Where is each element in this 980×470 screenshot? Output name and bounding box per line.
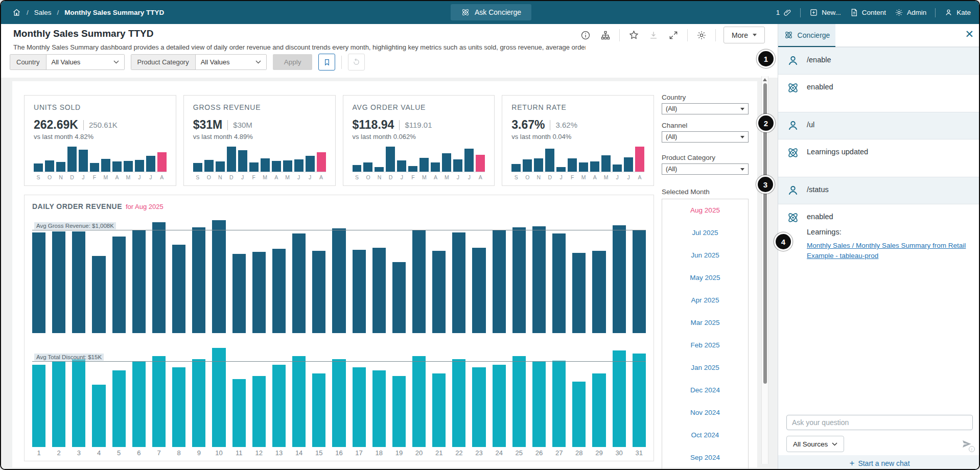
month-filter-item[interactable]: Jan 2025 xyxy=(662,357,748,379)
bar-mark[interactable] xyxy=(212,220,225,333)
bar-mark[interactable] xyxy=(252,376,266,447)
learning-source-link[interactable]: Monthly Sales / Monthly Sales Summary fr… xyxy=(807,241,969,261)
bar-mark[interactable] xyxy=(112,237,126,333)
bar-mark[interactable] xyxy=(512,356,526,447)
bar-mark[interactable] xyxy=(252,252,266,333)
bar-mark[interactable] xyxy=(332,359,345,447)
ask-question-input[interactable] xyxy=(786,415,973,430)
bar-mark[interactable] xyxy=(493,365,506,447)
bar-mark[interactable] xyxy=(232,254,246,333)
bar-mark[interactable] xyxy=(292,356,306,447)
bar-mark[interactable] xyxy=(353,367,366,447)
bar-mark[interactable] xyxy=(132,230,146,333)
bar-mark[interactable] xyxy=(232,379,246,447)
ask-concierge-button[interactable]: Ask Concierge xyxy=(451,4,531,20)
bar-mark[interactable] xyxy=(92,256,105,333)
bar-mark[interactable] xyxy=(432,373,446,447)
bar-mark[interactable] xyxy=(392,262,406,333)
bar-mark[interactable] xyxy=(452,359,465,447)
month-filter-item[interactable]: Mar 2025 xyxy=(662,312,748,334)
month-filter-item[interactable]: Oct 2024 xyxy=(662,424,748,447)
new-button[interactable]: New... xyxy=(809,8,841,17)
month-filter-item[interactable]: Feb 2025 xyxy=(662,334,748,357)
bar-mark[interactable] xyxy=(412,356,426,447)
user-menu-button[interactable]: Kate xyxy=(944,8,971,17)
bar-mark[interactable] xyxy=(312,373,325,447)
country-filter-dropdown[interactable]: All Values xyxy=(46,55,124,69)
bar-mark[interactable] xyxy=(192,227,205,333)
bar-mark[interactable] xyxy=(72,359,85,447)
bar-mark[interactable] xyxy=(532,226,546,333)
content-button[interactable]: Content xyxy=(850,8,886,17)
bar-mark[interactable] xyxy=(512,227,526,333)
bar-mark[interactable] xyxy=(372,370,386,447)
country-quickfilter-dropdown[interactable]: (All) xyxy=(662,103,749,114)
bar-mark[interactable] xyxy=(152,356,166,447)
bar-mark[interactable] xyxy=(633,230,646,333)
bar-mark[interactable] xyxy=(312,251,325,333)
bookmark-button[interactable] xyxy=(318,54,335,70)
start-new-chat-button[interactable]: + Start a new chat xyxy=(778,455,980,470)
bar-mark[interactable] xyxy=(52,231,65,333)
bar-mark[interactable] xyxy=(32,365,45,447)
refresh-button[interactable] xyxy=(348,54,365,70)
bar-mark[interactable] xyxy=(32,232,45,333)
bar-mark[interactable] xyxy=(212,348,225,447)
bar-mark[interactable] xyxy=(532,362,546,447)
bar-mark[interactable] xyxy=(412,230,426,333)
vertical-scrollbar[interactable] xyxy=(761,76,768,464)
category-quickfilter-dropdown[interactable]: (All) xyxy=(662,163,749,175)
favorite-star-icon[interactable] xyxy=(627,29,640,41)
bar-mark[interactable] xyxy=(592,251,605,333)
month-filter-item[interactable]: Jun 2025 xyxy=(662,244,748,267)
bar-mark[interactable] xyxy=(633,354,646,447)
home-icon[interactable] xyxy=(12,8,21,17)
bar-mark[interactable] xyxy=(432,251,446,333)
bar-mark[interactable] xyxy=(452,232,465,333)
bar-mark[interactable] xyxy=(52,362,65,447)
scrollbar-up-arrow[interactable] xyxy=(763,78,767,81)
breadcrumb-item-sales[interactable]: Sales xyxy=(34,9,52,16)
month-filter-item[interactable]: Dec 2024 xyxy=(662,379,748,402)
all-sources-dropdown[interactable]: All Sources xyxy=(786,436,844,452)
bar-mark[interactable] xyxy=(332,228,345,333)
bar-mark[interactable] xyxy=(613,225,626,333)
info-icon[interactable] xyxy=(579,29,592,41)
month-filter-item[interactable]: Jul 2025 xyxy=(662,222,748,244)
bar-mark[interactable] xyxy=(572,382,586,447)
month-filter-item[interactable]: Sep 2024 xyxy=(662,447,748,469)
bar-mark[interactable] xyxy=(152,222,166,333)
attachments-button[interactable]: 1 xyxy=(776,9,792,17)
bar-mark[interactable] xyxy=(272,365,286,447)
bar-mark[interactable] xyxy=(92,385,105,447)
close-icon[interactable]: ✕ xyxy=(965,29,974,39)
apply-button[interactable]: Apply xyxy=(273,54,313,70)
bar-mark[interactable] xyxy=(552,361,566,447)
data-lineage-icon[interactable] xyxy=(599,29,612,41)
tab-concierge[interactable]: Concierge xyxy=(778,24,835,47)
product-category-filter-dropdown[interactable]: All Values xyxy=(196,55,266,69)
bar-mark[interactable] xyxy=(132,362,146,447)
month-filter-item[interactable]: Nov 2024 xyxy=(662,402,748,424)
bar-mark[interactable] xyxy=(112,370,126,447)
admin-button[interactable]: Admin xyxy=(895,8,926,17)
bar-mark[interactable] xyxy=(372,248,386,333)
more-button[interactable]: More xyxy=(724,27,765,43)
bar-mark[interactable] xyxy=(572,253,586,333)
bar-mark[interactable] xyxy=(172,245,185,333)
bar-mark[interactable] xyxy=(552,233,566,333)
fullscreen-icon[interactable] xyxy=(667,29,680,41)
bar-mark[interactable] xyxy=(592,373,605,447)
bar-mark[interactable] xyxy=(472,248,485,333)
bar-mark[interactable] xyxy=(272,249,286,333)
channel-quickfilter-dropdown[interactable]: (All) xyxy=(662,131,749,143)
bar-mark[interactable] xyxy=(613,350,626,447)
month-filter-item[interactable]: May 2025 xyxy=(662,267,748,289)
bar-mark[interactable] xyxy=(353,250,366,333)
month-filter-item[interactable]: Apr 2025 xyxy=(662,289,748,312)
bar-mark[interactable] xyxy=(72,231,85,333)
month-filter-item[interactable]: Aug 2025 xyxy=(662,199,748,222)
bar-mark[interactable] xyxy=(172,367,185,447)
bar-mark[interactable] xyxy=(192,359,205,447)
bar-mark[interactable] xyxy=(493,230,506,333)
